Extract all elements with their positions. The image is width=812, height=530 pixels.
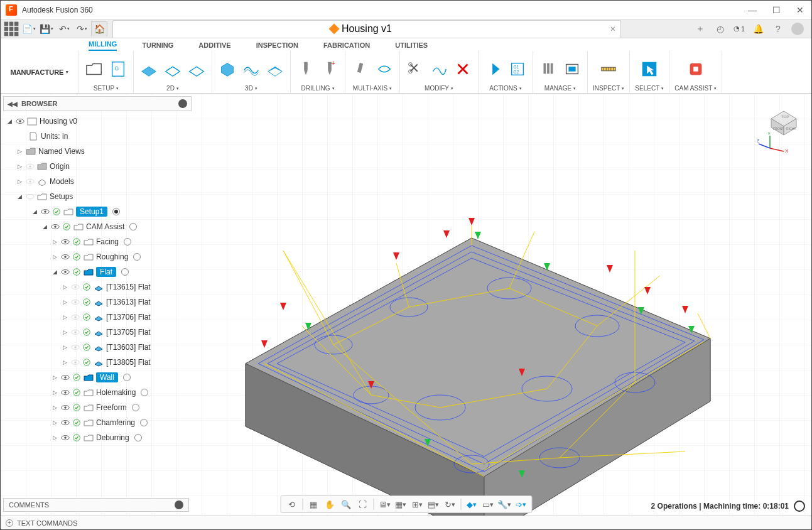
twisty-icon[interactable]: ▷ — [51, 404, 58, 411]
toolpath-edit-icon[interactable] — [429, 59, 449, 79]
workspace-switcher[interactable]: MANUFACTURE▾ — [1, 51, 79, 93]
select-icon[interactable] — [639, 59, 659, 79]
active-setup-radio[interactable] — [112, 208, 120, 215]
twisty-icon[interactable]: ▷ — [16, 163, 23, 170]
tree-roughing[interactable]: ▷ Roughing — [3, 249, 192, 264]
2d-adaptive-icon[interactable] — [163, 59, 183, 79]
tree-chamfering[interactable]: ▷ Chamfering — [3, 415, 192, 430]
visibility-icon[interactable] — [71, 313, 80, 322]
tree-wall[interactable]: ▷ Wall — [3, 370, 192, 385]
visibility-icon[interactable] — [71, 343, 80, 352]
notifications-button[interactable]: 🔔 — [751, 22, 765, 36]
twisty-icon[interactable]: ▷ — [51, 435, 58, 441]
active-radio[interactable] — [132, 404, 139, 411]
file-button[interactable]: 📄▾ — [21, 21, 37, 36]
active-radio[interactable] — [133, 253, 141, 261]
twisty-icon[interactable]: ▷ — [51, 254, 58, 260]
cam-view-button[interactable]: ➩▾ — [514, 497, 528, 511]
twisty-icon[interactable]: ◢ — [16, 193, 23, 200]
measure-icon[interactable] — [598, 59, 619, 79]
tool-library-icon[interactable] — [538, 59, 558, 79]
active-radio[interactable] — [124, 238, 131, 246]
document-tab[interactable]: Housing v1 × — [112, 20, 621, 38]
viewport-button[interactable]: ▤▾ — [426, 497, 440, 511]
extensions-button[interactable]: ◴ — [713, 22, 727, 36]
active-radio[interactable] — [129, 223, 137, 230]
new-tab-button[interactable]: ＋ — [693, 22, 707, 36]
tree-facing[interactable]: ▷ Facing — [3, 234, 192, 249]
visibility-icon[interactable] — [61, 418, 70, 427]
twisty-icon[interactable]: ◢ — [6, 118, 13, 124]
maximize-button[interactable]: ☐ — [770, 5, 782, 15]
tab-utilities[interactable]: UTILITIES — [395, 41, 428, 51]
close-button[interactable]: ✕ — [794, 5, 806, 15]
hole-recognition-icon[interactable]: + — [320, 59, 340, 79]
tool-display-button[interactable]: 🔧▾ — [497, 497, 511, 511]
postprocess-icon[interactable]: G1G2 — [507, 59, 528, 79]
zoom-button[interactable]: 🔍 — [339, 497, 353, 511]
twisty-icon[interactable]: ▷ — [16, 178, 23, 185]
visibility-icon[interactable] — [26, 177, 35, 186]
twisty-icon[interactable]: ▷ — [61, 284, 68, 290]
tree-setups[interactable]: ◢ Setups — [3, 189, 192, 204]
redo-button[interactable]: ↷▾ — [73, 21, 90, 36]
job-status-button[interactable]: ◔ 1 — [734, 24, 745, 33]
tree-flat-op[interactable]: ▷ [T13706] Flat — [3, 310, 192, 325]
generate-icon[interactable] — [484, 59, 504, 79]
tree-root[interactable]: ◢ Housing v0 — [3, 114, 192, 129]
tree-flat-op[interactable]: ▷ [T13615] Flat — [3, 279, 192, 295]
active-radio[interactable] — [121, 268, 129, 276]
tree-flat-op[interactable]: ▷ [T13613] Flat — [3, 295, 192, 310]
tab-additive[interactable]: ADDITIVE — [198, 41, 230, 51]
expand-icon[interactable]: + — [6, 519, 13, 527]
close-tab-button[interactable]: × — [610, 24, 615, 34]
visibility-icon[interactable] — [61, 388, 70, 397]
multiaxis-flow-icon[interactable] — [374, 59, 394, 79]
tab-inspection[interactable]: INSPECTION — [256, 41, 298, 51]
twisty-icon[interactable]: ▷ — [51, 419, 58, 426]
visibility-icon[interactable] — [71, 328, 80, 337]
stock-display-button[interactable]: ◆▾ — [465, 497, 479, 511]
collapse-browser-icon[interactable]: ◀◀ — [8, 100, 18, 107]
twisty-icon[interactable]: ▷ — [61, 314, 68, 320]
save-button[interactable]: 💾▾ — [38, 21, 55, 36]
visibility-icon[interactable] — [71, 298, 80, 306]
tree-deburring[interactable]: ▷ Deburring — [3, 430, 192, 445]
display-settings-button[interactable]: 🖥▾ — [377, 497, 391, 511]
home-tab-button[interactable]: 🏠 — [91, 21, 107, 36]
minimize-button[interactable]: — — [746, 5, 759, 15]
refresh-button[interactable]: ↻▾ — [443, 497, 457, 511]
twisty-icon[interactable]: ▷ — [51, 389, 58, 396]
twisty-icon[interactable]: ◢ — [31, 208, 38, 215]
twisty-icon[interactable]: ▷ — [16, 148, 23, 154]
comments-panel[interactable]: COMMENTS — [3, 498, 189, 512]
visibility-icon[interactable] — [61, 433, 70, 442]
cam-assist-icon[interactable] — [686, 59, 706, 79]
twisty-icon[interactable]: ▷ — [61, 344, 68, 350]
visibility-icon[interactable] — [71, 358, 80, 367]
visibility-icon[interactable] — [41, 207, 50, 216]
toolpath-trim-icon[interactable] — [405, 59, 425, 79]
help-button[interactable]: ? — [771, 22, 785, 36]
toolpath-display-button[interactable]: ▭▾ — [481, 497, 495, 511]
delete-toolpath-icon[interactable] — [453, 59, 473, 79]
visibility-icon[interactable] — [61, 237, 70, 246]
browser-pin-icon[interactable] — [178, 99, 187, 108]
twisty-icon[interactable]: ▷ — [51, 374, 58, 381]
visibility-icon[interactable] — [26, 192, 35, 201]
tree-units[interactable]: Units: in — [3, 129, 192, 144]
tree-cam-assist[interactable]: ◢ CAM Assist — [3, 219, 192, 234]
setup-folder-icon[interactable] — [84, 59, 104, 79]
multiaxis-swarf-icon[interactable] — [350, 59, 371, 79]
3d-adaptive-icon[interactable] — [217, 59, 237, 79]
visibility-icon[interactable] — [61, 403, 70, 412]
twisty-icon[interactable]: ▷ — [61, 329, 68, 335]
orbit-button[interactable]: ⟲ — [284, 497, 298, 511]
twisty-icon[interactable]: ◢ — [51, 269, 58, 275]
machine-library-icon[interactable] — [562, 59, 582, 79]
tree-origin[interactable]: ▷ Origin — [3, 159, 192, 174]
tree-models[interactable]: ▷ Models — [3, 174, 192, 189]
active-radio[interactable] — [140, 419, 148, 426]
3d-horizontal-icon[interactable] — [265, 59, 285, 79]
tree-holemaking[interactable]: ▷ Holemaking — [3, 385, 192, 400]
